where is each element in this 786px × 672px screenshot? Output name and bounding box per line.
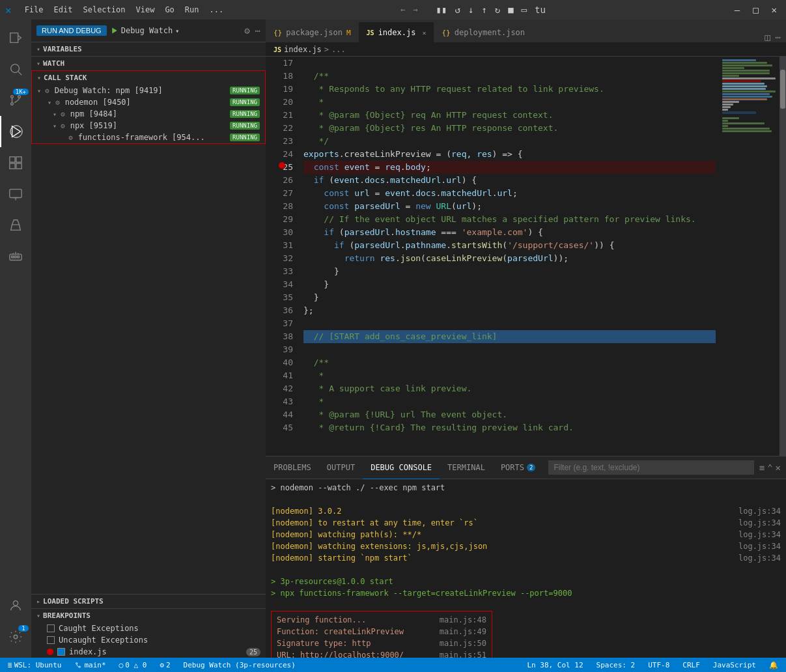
breakpoints-header[interactable]: ▾ BREAKPOINTS [31, 609, 266, 623]
panel-content: > nodemon --watch ./ --exec npm start [n… [266, 479, 786, 658]
status-language[interactable]: JavaScript [710, 661, 759, 669]
tab-close-indexjs[interactable]: ✕ [422, 29, 426, 36]
source-control-badge: 1K+ [13, 89, 29, 95]
callstack-item[interactable]: ▾ ⚙ npm [9484] RUNNING [32, 108, 265, 120]
status-debug-session[interactable]: Debug Watch (3p-resources) [181, 661, 298, 669]
run-and-debug-button[interactable]: RUN AND DEBUG [36, 25, 107, 36]
activity-run-debug[interactable] [0, 116, 31, 147]
debug-config-selector[interactable]: Debug Watch ▾ [111, 26, 180, 35]
activity-search[interactable] [0, 53, 31, 85]
status-errors[interactable]: ◯ 0 △ 0 [117, 661, 150, 669]
activity-accounts[interactable] [0, 590, 31, 621]
sidebar-more-icon[interactable]: ⋯ [255, 25, 260, 36]
menu-go[interactable]: Go [165, 5, 174, 14]
editor-scrollbar[interactable] [779, 57, 786, 456]
console-link[interactable]: log.js:34 [738, 552, 781, 564]
console-line-nodemon3: [nodemon] watching path(s): **/* log.js:… [271, 529, 781, 540]
status-wsl[interactable]: ≣ WSL: Ubuntu [5, 661, 64, 669]
debug-step-into[interactable]: ↓ [466, 3, 476, 16]
menu-view[interactable]: View [135, 5, 154, 14]
callstack-item[interactable]: ▾ ⚙ nodemon [9450] RUNNING [32, 96, 265, 108]
watch-header[interactable]: ▾ WATCH [31, 57, 266, 70]
console-prompt: > nodemon --watch ./ --exec npm start [271, 483, 445, 492]
debug-more[interactable]: tu [532, 3, 548, 16]
debug-pause[interactable]: ▮▮ [434, 3, 450, 16]
menu-selection[interactable]: Selection [83, 5, 125, 14]
status-position[interactable]: Ln 38, Col 12 [524, 661, 585, 669]
callstack-item[interactable]: ▾ ⚙ Debug Watch: npm [9419] RUNNING [32, 85, 265, 96]
breakpoint-uncaught-exceptions[interactable]: Uncaught Exceptions [31, 634, 266, 646]
code-content: /** * Responds to any HTTP request relat… [298, 57, 721, 456]
console-link[interactable]: log.js:34 [738, 529, 781, 540]
menu-file[interactable]: File [25, 5, 44, 14]
console-link[interactable]: main.js:48 [440, 614, 486, 626]
status-encoding[interactable]: UTF-8 [645, 661, 672, 669]
indexjs-checkbox[interactable] [57, 648, 65, 656]
console-link[interactable]: main.js:51 [440, 649, 486, 658]
activity-docker[interactable] [0, 241, 31, 272]
loaded-scripts-header[interactable]: ▸ LOADED SCRIPTS [31, 595, 266, 608]
status-spaces[interactable]: Spaces: 2 [594, 661, 638, 669]
sidebar-settings-icon[interactable]: ⚙ [244, 25, 249, 36]
debug-restart[interactable]: ↻ [492, 3, 503, 16]
activity-extensions[interactable] [0, 147, 31, 178]
console-link[interactable]: log.js:34 [738, 540, 781, 552]
menu-more[interactable]: ... [210, 5, 224, 14]
panel-tab-problems[interactable]: PROBLEMS [266, 456, 319, 479]
nav-back[interactable]: ← [400, 5, 405, 14]
activity-remote[interactable] [0, 178, 31, 210]
variables-header[interactable]: ▾ VARIABLES [31, 42, 266, 56]
console-link[interactable]: main.js:50 [440, 637, 486, 649]
menu-edit[interactable]: Edit [54, 5, 73, 14]
menu-run[interactable]: Run [185, 5, 199, 14]
breadcrumb-file[interactable]: JSindex.js [274, 45, 322, 54]
nav-forward[interactable]: → [413, 5, 417, 14]
code-line-45: * @return {!Card} The resulting preview … [303, 421, 716, 434]
variables-section: ▾ VARIABLES [31, 42, 266, 56]
menu-bar: File Edit Selection View Go Run ... [25, 5, 224, 14]
activity-settings[interactable]: 1 [0, 621, 31, 652]
tab-deployment-json[interactable]: {} deployment.json [434, 22, 533, 42]
panel-tab-output[interactable]: OUTPUT [319, 456, 363, 479]
console-text: Signature type: http [277, 637, 371, 649]
split-editor-icon[interactable]: ◫ [765, 32, 770, 42]
debug-layout[interactable]: ▭ [519, 3, 529, 16]
callstack-item[interactable]: ⚙ functions-framework [954... RUNNING [32, 132, 265, 143]
activity-test[interactable] [0, 210, 31, 241]
console-link[interactable]: main.js:49 [440, 626, 486, 637]
panel-collapse-icon[interactable]: ⌃ [767, 462, 772, 473]
uncaught-exceptions-checkbox[interactable] [47, 636, 55, 644]
caught-exceptions-checkbox[interactable] [47, 624, 55, 632]
panel-filter-input[interactable] [548, 460, 753, 475]
panel-tab-terminal[interactable]: TERMINAL [440, 456, 493, 479]
panel-tab-debug-console[interactable]: DEBUG CONSOLE [363, 456, 440, 479]
breakpoint-caught-exceptions[interactable]: Caught Exceptions [31, 623, 266, 634]
panel-close-icon[interactable]: ✕ [776, 462, 781, 473]
breadcrumb-symbol[interactable]: ... [331, 45, 346, 54]
more-tabs-icon[interactable]: ⋯ [776, 32, 781, 42]
status-notifications[interactable]: 🔔 [766, 661, 781, 669]
debug-step-over[interactable]: ↺ [452, 3, 462, 16]
activity-explorer[interactable] [0, 22, 31, 53]
tab-package-json[interactable]: {} package.json M [266, 22, 359, 42]
debug-stop[interactable]: ■ [505, 3, 516, 16]
panel-tab-ports[interactable]: PORTS 2 [493, 456, 544, 479]
callstack-header[interactable]: ▾ CALL STACK [32, 71, 265, 85]
activity-source-control[interactable]: 1K+ [0, 85, 31, 116]
console-line-nodemon2: [nodemon] to restart at any time, enter … [271, 517, 781, 529]
window-close[interactable]: ✕ [768, 3, 781, 16]
tab-indexjs[interactable]: JS index.js ✕ [359, 22, 434, 42]
console-link[interactable]: log.js:34 [738, 505, 781, 517]
panel-list-icon[interactable]: ≡ [759, 462, 765, 473]
debug-step-out[interactable]: ↑ [479, 3, 489, 16]
vscode-logo: ✕ [5, 4, 12, 16]
status-debug[interactable]: ⚙ 2 [157, 661, 173, 669]
window-maximize[interactable]: □ [749, 3, 762, 16]
callstack-item[interactable]: ▾ ⚙ npx [9519] RUNNING [32, 120, 265, 132]
status-branch[interactable]: main* [72, 661, 108, 669]
scrollbar-thumb[interactable] [780, 70, 785, 109]
breakpoint-indexjs[interactable]: index.js 25 [31, 646, 266, 658]
window-minimize[interactable]: – [731, 3, 744, 16]
status-eol[interactable]: CRLF [680, 661, 703, 669]
console-link[interactable]: log.js:34 [738, 517, 781, 529]
